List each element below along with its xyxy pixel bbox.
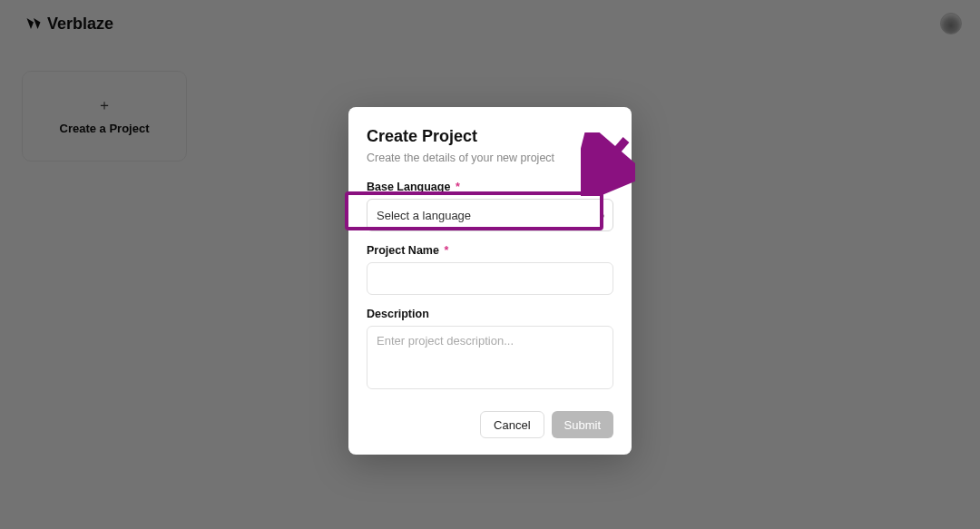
base-language-label: Base Language * xyxy=(367,181,613,193)
required-mark: * xyxy=(456,181,460,193)
project-name-input[interactable] xyxy=(367,262,613,295)
field-base-language: Base Language * Select a language ▴▾ xyxy=(367,181,613,231)
required-mark: * xyxy=(444,244,448,257)
create-project-modal: Create Project Create the details of you… xyxy=(348,107,632,455)
modal-actions: Cancel Submit xyxy=(367,411,613,438)
description-textarea[interactable] xyxy=(367,326,613,389)
project-name-label: Project Name * xyxy=(367,244,613,257)
base-language-select[interactable]: Select a language xyxy=(367,199,613,231)
field-description: Description xyxy=(367,308,613,393)
submit-button[interactable]: Submit xyxy=(552,411,613,438)
modal-title: Create Project xyxy=(367,127,613,146)
base-language-select-wrap: Select a language ▴▾ xyxy=(367,199,613,231)
field-project-name: Project Name * xyxy=(367,244,613,295)
description-label: Description xyxy=(367,308,613,320)
modal-overlay[interactable]: Create Project Create the details of you… xyxy=(0,0,980,529)
cancel-button[interactable]: Cancel xyxy=(480,411,544,438)
base-language-placeholder: Select a language xyxy=(377,209,471,222)
modal-subtitle: Create the details of your new project xyxy=(367,152,613,164)
